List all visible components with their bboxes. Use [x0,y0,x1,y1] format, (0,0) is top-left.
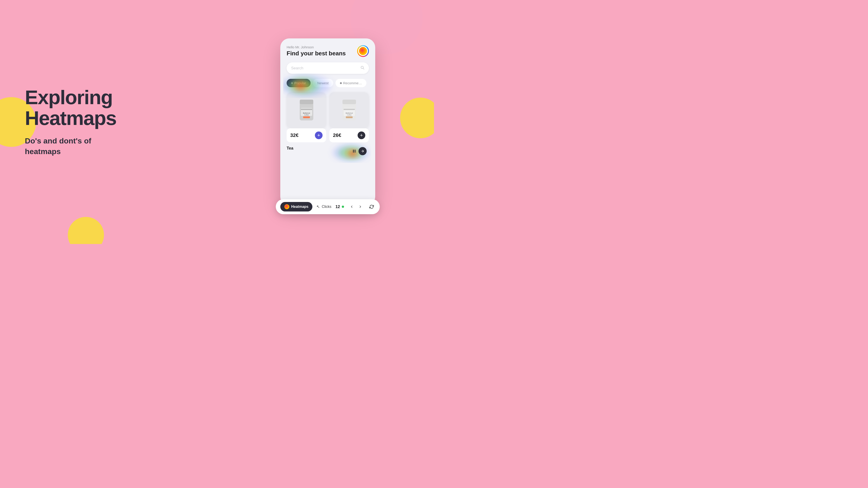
avatar [357,45,369,57]
price-2: 26€ [333,132,341,138]
clicks-label: Clicks [322,205,331,209]
tab-popular[interactable]: Popular [287,79,311,87]
svg-text:Butternut: Butternut [346,112,353,114]
play-arrow-btn[interactable] [359,147,367,155]
bg-decoration-right [400,98,434,138]
add-button-1[interactable]: + [315,131,322,139]
header-text: Hello Mr. Johnson Find your best beans [287,45,346,57]
filter-section: Popular Newest Recomme… [287,79,369,87]
tab-recommended[interactable]: Recomme… [336,79,366,87]
avatar-inner [358,46,368,56]
svg-line-1 [363,68,364,69]
svg-text:Coffee: Coffee [304,114,309,116]
bg-decoration-bottom [68,217,104,244]
svg-rect-24 [353,150,354,153]
bottom-toolbar: Heatmaps ↖ Clicks 12 [276,199,380,214]
svg-rect-12 [303,116,310,118]
search-text: Search [291,66,303,70]
phone-inner: Hello Mr. Johnson Find your best beans S… [280,38,375,205]
svg-rect-14 [342,100,356,104]
svg-text:Butternut: Butternut [303,112,310,114]
header-title: Find your best beans [287,50,346,57]
cursor-icon: ↖ [316,204,320,209]
filter-tabs: Popular Newest Recomme… [287,79,369,87]
clicks-button[interactable]: ↖ Clicks [316,204,331,209]
media-controls [352,147,367,155]
phone-header: Hello Mr. Johnson Find your best beans [287,45,369,57]
add-button-2[interactable]: + [358,131,365,139]
tab-recommended-dot [340,82,342,84]
phone-frame: Hello Mr. Johnson Find your best beans S… [280,38,375,205]
tab-popular-dot [291,82,293,84]
phone-mockup: Hello Mr. Johnson Find your best beans S… [280,38,375,205]
heatmaps-icon [284,204,289,209]
toolbar-nav [348,203,364,210]
left-content-area: Exploring Heatmaps Do's and dont's of he… [25,87,116,157]
refresh-button[interactable] [368,203,375,210]
product-card-2: Butternut Coffee [329,92,369,128]
nav-prev-button[interactable] [348,203,355,210]
pause-icon[interactable] [352,149,357,154]
title-line1: Exploring [25,86,113,108]
search-icon [360,66,364,71]
tea-section: Tea [287,146,369,151]
greeting: Hello Mr. Johnson [287,45,346,49]
main-title: Exploring Heatmaps [25,87,116,129]
tab-newest-label: Newest [317,81,329,85]
price-1: 32€ [290,132,299,138]
tab-popular-label: Popular [294,81,306,85]
product-card-1: Butternut Coffee [287,92,326,128]
products-row: Butternut Coffee B [287,92,369,128]
search-bar[interactable]: Search [287,62,369,74]
price-item-2: 26€ + [329,128,369,142]
count-value: 12 [336,204,340,209]
svg-text:Coffee: Coffee [347,114,351,116]
product-image-2: Butternut Coffee [329,92,369,128]
subtitle-line1: Do's and dont's of [25,136,91,145]
svg-rect-9 [301,109,312,110]
tab-recommended-label: Recomme… [343,81,362,85]
tab-newest[interactable]: Newest [313,79,333,87]
price-item-1: 32€ + [287,128,326,142]
tea-label: Tea [287,146,293,151]
count-display: 12 [336,204,344,209]
title-line2: Heatmaps [25,107,116,129]
price-row: 32€ + 26€ + [287,128,369,142]
coffee-bag-svg-2: Butternut Coffee [340,98,358,123]
svg-rect-19 [346,116,352,118]
subtitle: Do's and dont's of heatmaps [25,135,116,157]
nav-next-button[interactable] [357,203,364,210]
coffee-bag-svg-1: Butternut Coffee [298,98,315,123]
product-image-1: Butternut Coffee [287,92,326,128]
svg-rect-7 [300,100,313,104]
subtitle-line2: heatmaps [25,147,61,156]
svg-rect-16 [344,109,355,110]
heatmaps-button[interactable]: Heatmaps [280,202,312,212]
count-active-dot [342,205,344,208]
avatar-heatmap-icon [359,47,367,55]
svg-rect-25 [355,150,355,153]
heatmaps-label: Heatmaps [291,205,308,209]
